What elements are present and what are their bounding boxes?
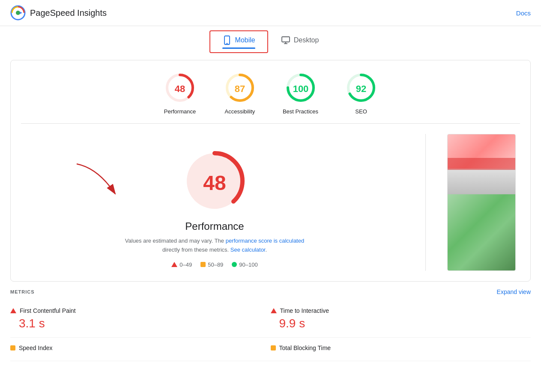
desc-text1: Values are estimated and may vary. The	[125, 238, 226, 244]
score-item-best-practices: 100 Best Practices	[283, 71, 318, 115]
metrics-section-label: METRICS	[10, 289, 35, 294]
scores-row: 48 Performance 87 Accessibility 100	[21, 71, 520, 124]
fcp-value: 3.1 s	[10, 317, 271, 330]
score-card: 48 Performance 87 Accessibility 100	[10, 60, 531, 282]
thumb-red-bar	[448, 158, 515, 170]
accessibility-label: Accessibility	[225, 108, 255, 115]
metric-fcp: First Contentful Paint 3.1 s	[10, 300, 271, 338]
docs-link[interactable]: Docs	[516, 9, 531, 17]
performance-circle: 48	[163, 71, 197, 105]
score-item-seo: 92 SEO	[344, 71, 378, 115]
legend: 0–49 50–89 90–100	[171, 261, 257, 268]
metrics-header: METRICS Expand view	[10, 282, 531, 300]
performance-description: Values are estimated and may vary. The p…	[125, 237, 305, 255]
detail-right	[443, 134, 520, 271]
svg-text:48: 48	[175, 83, 185, 94]
accessibility-circle: 87	[223, 71, 257, 105]
score-item-accessibility: 87 Accessibility	[223, 71, 257, 115]
large-performance-circle: 48	[180, 147, 249, 215]
calculator-link[interactable]: See calculator	[230, 246, 266, 253]
tti-value: 9.9 s	[271, 317, 531, 330]
metric-tbt: Total Blocking Time	[271, 338, 531, 361]
metric-si: Speed Index	[10, 338, 271, 361]
svg-rect-5	[282, 37, 290, 42]
legend-triangle-icon	[171, 262, 177, 267]
tab-desktop-label: Desktop	[294, 36, 319, 44]
perf-score-link[interactable]: performance score is calculated	[226, 238, 305, 244]
metric-tti: Time to Interactive 9.9 s	[271, 300, 531, 338]
annotation-arrow	[72, 160, 158, 202]
header: PageSpeed Insights Docs	[0, 0, 541, 26]
legend-square-icon	[200, 262, 206, 267]
detail-section: Terrible mobile performance	[21, 134, 520, 271]
tab-mobile-underline	[222, 48, 255, 49]
score-item-performance: 48 Performance	[163, 71, 197, 115]
desktop-icon	[281, 36, 290, 45]
tab-mobile[interactable]: Mobile	[209, 30, 268, 53]
svg-text:100: 100	[293, 83, 308, 94]
tab-mobile-label: Mobile	[235, 36, 255, 44]
expand-view-button[interactable]: Expand view	[497, 288, 531, 295]
tti-name: Time to Interactive	[280, 307, 329, 314]
legend-low-range: 0–49	[179, 261, 192, 268]
legend-circle-icon	[232, 262, 237, 267]
si-icon	[10, 345, 15, 350]
page-thumbnail	[447, 134, 516, 271]
vertical-divider	[425, 134, 426, 271]
metrics-grid: First Contentful Paint 3.1 s Time to Int…	[10, 300, 531, 361]
svg-text:48: 48	[203, 172, 226, 194]
svg-text:92: 92	[356, 83, 366, 94]
legend-item-low: 0–49	[171, 261, 192, 268]
mobile-icon	[222, 36, 232, 45]
fcp-name: First Contentful Paint	[20, 307, 76, 314]
logo-icon	[10, 5, 26, 21]
legend-item-mid: 50–89	[200, 261, 223, 268]
legend-mid-range: 50–89	[208, 261, 223, 268]
tab-desktop-underline	[281, 48, 319, 49]
svg-marker-2	[20, 12, 22, 14]
desc-text3: .	[265, 246, 267, 253]
svg-text:87: 87	[235, 83, 245, 94]
best-practices-label: Best Practices	[283, 108, 318, 115]
svg-point-1	[16, 11, 20, 15]
logo-area: PageSpeed Insights	[10, 5, 107, 21]
metrics-section: METRICS Expand view First Contentful Pai…	[10, 282, 531, 361]
best-practices-circle: 100	[284, 71, 318, 105]
legend-item-high: 90–100	[232, 261, 257, 268]
tbt-icon	[271, 345, 276, 350]
performance-title: Performance	[185, 220, 244, 232]
detail-left: Terrible mobile performance	[21, 134, 408, 268]
logo-text: PageSpeed Insights	[30, 8, 107, 18]
thumb-mid	[448, 169, 515, 194]
tab-desktop[interactable]: Desktop	[268, 30, 332, 53]
tab-bar: Mobile Desktop	[0, 26, 541, 53]
thumb-bottom	[448, 194, 515, 271]
seo-circle: 92	[344, 71, 378, 105]
tbt-name: Total Blocking Time	[279, 344, 331, 351]
si-name: Speed Index	[19, 344, 53, 351]
desc-text2: directly from these metrics.	[162, 246, 230, 253]
performance-label: Performance	[164, 108, 196, 115]
main-content: 48 Performance 87 Accessibility 100	[0, 53, 541, 368]
fcp-icon	[10, 308, 16, 313]
tti-icon	[271, 308, 277, 313]
seo-label: SEO	[355, 108, 367, 115]
legend-high-range: 90–100	[239, 261, 257, 268]
